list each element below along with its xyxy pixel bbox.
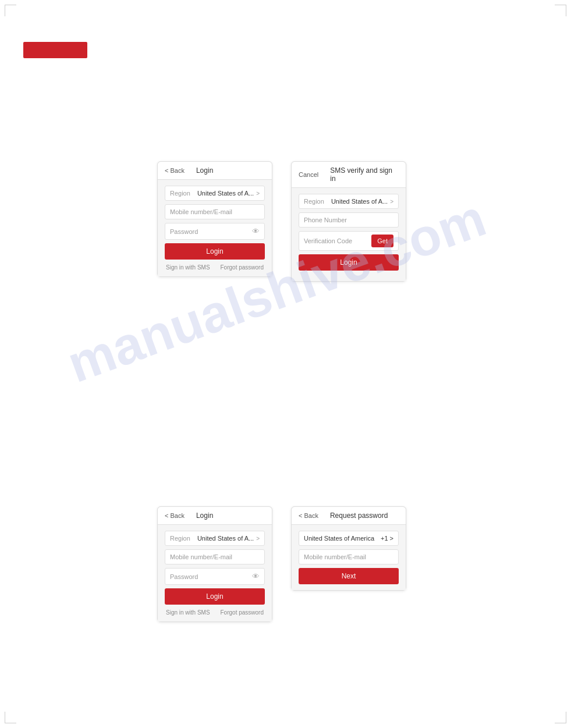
password-placeholder-2: Password bbox=[170, 573, 198, 580]
back-button-reqpwd[interactable]: < Back bbox=[299, 512, 318, 519]
region-value-sms: United States of A... > bbox=[331, 198, 393, 205]
bottom-links-2: Sign in with SMS Forgot password bbox=[165, 609, 265, 616]
cancel-button[interactable]: Cancel bbox=[299, 171, 318, 178]
forgot-password-link[interactable]: Forgot password bbox=[221, 264, 264, 271]
panel-login2-title: Login bbox=[196, 512, 213, 520]
region-label: Region bbox=[170, 190, 190, 197]
country-row[interactable]: United States of America +1 > bbox=[299, 531, 399, 546]
country-value: United States of America bbox=[304, 535, 374, 542]
panel-sms-header: Cancel SMS verify and sign in bbox=[292, 162, 406, 188]
mobile-field-2[interactable]: Mobile number/E-mail bbox=[165, 549, 265, 564]
verification-row: Verification Code Get bbox=[299, 231, 399, 251]
get-code-button[interactable]: Get bbox=[371, 235, 393, 247]
corner-mark-bl bbox=[5, 712, 16, 723]
corner-mark-br bbox=[555, 712, 566, 723]
eye-icon[interactable]: 👁 bbox=[252, 227, 260, 236]
watermark: manualshive.com bbox=[86, 127, 467, 455]
back-button-2[interactable]: < Back bbox=[165, 512, 185, 519]
mobile-placeholder-2: Mobile number/E-mail bbox=[170, 553, 232, 560]
corner-mark-tl bbox=[5, 5, 16, 16]
panel-request-password: < Back Request password United States of… bbox=[291, 506, 406, 591]
bottom-links: Sign in with SMS Forgot password bbox=[165, 264, 265, 271]
verification-code-input[interactable]: Verification Code bbox=[304, 237, 368, 244]
region-field-sms[interactable]: Region United States of A... > bbox=[299, 194, 399, 209]
login-button-2[interactable]: Login bbox=[165, 588, 265, 605]
logo bbox=[23, 42, 87, 58]
eye-icon-2[interactable]: 👁 bbox=[252, 572, 260, 581]
panel-reqpwd-body: United States of America +1 > Mobile num… bbox=[292, 525, 406, 590]
region-chevron-2: > bbox=[256, 535, 260, 542]
mobile-field[interactable]: Mobile number/E-mail bbox=[165, 204, 265, 219]
forgot-password-link-2[interactable]: Forgot password bbox=[221, 609, 264, 616]
password-field-2[interactable]: Password 👁 bbox=[165, 568, 265, 585]
password-placeholder: Password bbox=[170, 228, 198, 235]
panel-sms-top-right: Cancel SMS verify and sign in Region Uni… bbox=[291, 161, 406, 282]
sign-in-sms-link[interactable]: Sign in with SMS bbox=[166, 264, 210, 271]
region-value-2: United States of A... > bbox=[197, 535, 260, 542]
panel-login-header: < Back Login bbox=[158, 162, 272, 180]
panel-reqpwd-header: < Back Request password bbox=[292, 507, 406, 525]
panel-login-bottom-left: < Back Login Region United States of A..… bbox=[157, 506, 272, 622]
phone-field[interactable]: Phone Number bbox=[299, 212, 399, 228]
region-field-2[interactable]: Region United States of A... > bbox=[165, 531, 265, 546]
panel-login2-header: < Back Login bbox=[158, 507, 272, 525]
region-label-2: Region bbox=[170, 535, 190, 542]
login-button[interactable]: Login bbox=[165, 243, 265, 260]
region-value: United States of A... > bbox=[197, 190, 260, 197]
region-field[interactable]: Region United States of A... > bbox=[165, 186, 265, 201]
country-code: +1 > bbox=[381, 535, 393, 542]
region-chevron: > bbox=[256, 190, 260, 197]
region-chevron-sms: > bbox=[390, 198, 393, 205]
region-label-sms: Region bbox=[304, 198, 324, 205]
mobile-placeholder-reqpwd: Mobile number/E-mail bbox=[304, 553, 366, 560]
sms-login-button[interactable]: Login bbox=[299, 254, 399, 271]
mobile-placeholder: Mobile number/E-mail bbox=[170, 208, 232, 215]
password-field[interactable]: Password 👁 bbox=[165, 223, 265, 240]
next-button[interactable]: Next bbox=[299, 568, 399, 584]
panel-sms-title: SMS verify and sign in bbox=[330, 166, 399, 183]
panel-reqpwd-title: Request password bbox=[330, 512, 388, 520]
back-button[interactable]: < Back bbox=[165, 167, 185, 174]
panel-sms-body: Region United States of A... > Phone Num… bbox=[292, 188, 406, 281]
panel-login-title: Login bbox=[196, 166, 213, 175]
panel-login-top-left: < Back Login Region United States of A..… bbox=[157, 161, 272, 277]
mobile-field-reqpwd[interactable]: Mobile number/E-mail bbox=[299, 549, 399, 564]
panel-login-body: Region United States of A... > Mobile nu… bbox=[158, 180, 272, 276]
phone-placeholder: Phone Number bbox=[304, 216, 347, 223]
corner-mark-tr bbox=[555, 5, 566, 16]
panel-login2-body: Region United States of A... > Mobile nu… bbox=[158, 525, 272, 622]
sign-in-sms-link-2[interactable]: Sign in with SMS bbox=[166, 609, 210, 616]
